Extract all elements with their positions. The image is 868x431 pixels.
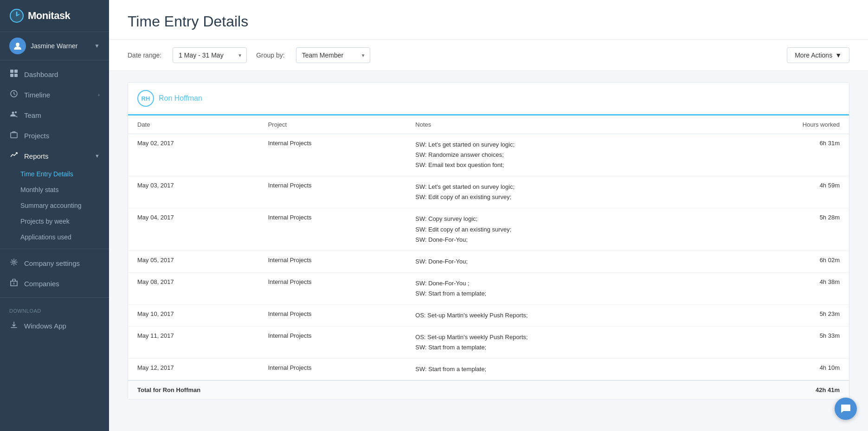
cell-hours: 5h 33m bbox=[717, 327, 849, 359]
svg-rect-8 bbox=[14, 74, 18, 77]
date-range-wrapper[interactable]: 1 May - 31 May bbox=[173, 47, 247, 63]
nav-item-windows-app[interactable]: Windows App bbox=[0, 315, 109, 336]
cell-hours: 4h 59m bbox=[717, 176, 849, 208]
nav-item-dashboard[interactable]: Dashboard bbox=[0, 64, 109, 84]
cell-date: May 05, 2017 bbox=[128, 251, 259, 272]
download-label: DOWNLOAD bbox=[0, 302, 109, 315]
member-header: RH Ron Hoffman bbox=[128, 83, 849, 116]
more-actions-chevron-icon: ▼ bbox=[835, 51, 842, 59]
cell-project: Internal Projects bbox=[259, 327, 406, 359]
table-row: May 10, 2017Internal ProjectsOS: Set-up … bbox=[128, 305, 849, 327]
sidebar-item-projects-by-week[interactable]: Projects by week bbox=[0, 213, 109, 229]
cell-date: May 03, 2017 bbox=[128, 176, 259, 208]
table-row: May 08, 2017Internal ProjectsSW: Done-Fo… bbox=[128, 272, 849, 304]
svg-rect-6 bbox=[14, 70, 18, 73]
nav-label-windows-app: Windows App bbox=[24, 322, 66, 330]
page-header: Time Entry Details bbox=[109, 0, 868, 40]
reports-icon bbox=[9, 151, 19, 161]
nav-item-company-settings[interactable]: Company settings bbox=[0, 253, 109, 273]
group-by-label: Group by: bbox=[256, 51, 284, 59]
col-header-date: Date bbox=[128, 116, 259, 134]
page-title: Time Entry Details bbox=[128, 13, 849, 30]
cell-notes: SW: Start from a template; bbox=[406, 359, 717, 381]
nav-label-dashboard: Dashboard bbox=[24, 71, 58, 78]
cell-project: Internal Projects bbox=[259, 305, 406, 327]
avatar bbox=[9, 38, 26, 54]
date-range-select[interactable]: 1 May - 31 May bbox=[173, 47, 247, 63]
svg-rect-12 bbox=[11, 133, 17, 138]
sidebar-item-applications-used[interactable]: Applications used bbox=[0, 229, 109, 245]
cell-project: Internal Projects bbox=[259, 251, 406, 272]
more-actions-button[interactable]: More Actions ▼ bbox=[787, 47, 849, 63]
cell-project: Internal Projects bbox=[259, 359, 406, 381]
user-chevron-icon: ▼ bbox=[94, 43, 100, 49]
cell-date: May 08, 2017 bbox=[128, 272, 259, 304]
table-row: May 02, 2017Internal ProjectsSW: Let's g… bbox=[128, 134, 849, 176]
nav-label-timeline: Timeline bbox=[24, 91, 50, 99]
cell-date: May 02, 2017 bbox=[128, 134, 259, 176]
nav-item-team[interactable]: Team bbox=[0, 105, 109, 125]
cell-hours: 4h 10m bbox=[717, 359, 849, 381]
group-by-wrapper[interactable]: Team Member bbox=[296, 47, 370, 63]
download-icon bbox=[9, 321, 19, 330]
cell-project: Internal Projects bbox=[259, 208, 406, 251]
table-footer: Total for Ron Hoffman 42h 41m bbox=[128, 380, 849, 399]
table-row: May 05, 2017Internal ProjectsSW: Done-Fo… bbox=[128, 251, 849, 272]
cell-notes: SW: Done-For-You; bbox=[406, 251, 717, 272]
nav-label-company-settings: Company settings bbox=[24, 259, 80, 267]
date-range-label: Date range: bbox=[128, 51, 161, 59]
total-hours: 42h 41m bbox=[717, 380, 849, 399]
cell-notes: OS: Set-up Martin's weekly Push Reports;… bbox=[406, 327, 717, 359]
projects-icon bbox=[9, 131, 19, 140]
group-by-select[interactable]: Team Member bbox=[296, 47, 370, 63]
table-row: May 11, 2017Internal ProjectsOS: Set-up … bbox=[128, 327, 849, 359]
table-row: May 12, 2017Internal ProjectsSW: Start f… bbox=[128, 359, 849, 381]
cell-notes: SW: Copy survey logic;SW: Edit copy of a… bbox=[406, 208, 717, 251]
cell-project: Internal Projects bbox=[259, 272, 406, 304]
time-entries-table: Date Project Notes Hours worked May 02, … bbox=[128, 116, 849, 399]
table-row: May 04, 2017Internal ProjectsSW: Copy su… bbox=[128, 208, 849, 251]
svg-rect-7 bbox=[10, 74, 13, 77]
table-header: Date Project Notes Hours worked bbox=[128, 116, 849, 134]
member-name: Ron Hoffman bbox=[159, 94, 202, 103]
chat-button[interactable] bbox=[835, 398, 857, 420]
sidebar-logo: Monitask bbox=[0, 0, 109, 32]
member-avatar: RH bbox=[137, 90, 154, 107]
cell-notes: SW: Let's get started on survey logic;SW… bbox=[406, 176, 717, 208]
timeline-chevron-icon: › bbox=[98, 92, 100, 97]
logo-icon bbox=[9, 8, 24, 23]
nav-item-reports[interactable]: Reports ▼ bbox=[0, 146, 109, 166]
svg-point-11 bbox=[15, 111, 17, 113]
sidebar-item-monthly-stats[interactable]: Monthly stats bbox=[0, 182, 109, 198]
cell-project: Internal Projects bbox=[259, 176, 406, 208]
cell-hours: 6h 31m bbox=[717, 134, 849, 176]
cell-project: Internal Projects bbox=[259, 134, 406, 176]
user-profile[interactable]: Jasmine Warner ▼ bbox=[0, 32, 109, 60]
content-area: RH Ron Hoffman Date Project Notes Hours … bbox=[109, 71, 868, 431]
col-header-project: Project bbox=[259, 116, 406, 134]
svg-rect-5 bbox=[10, 70, 13, 73]
total-row: Total for Ron Hoffman 42h 41m bbox=[128, 380, 849, 399]
main-content: Time Entry Details Date range: 1 May - 3… bbox=[109, 0, 868, 431]
nav-item-timeline[interactable]: Timeline › bbox=[0, 84, 109, 105]
team-icon bbox=[9, 110, 19, 120]
col-header-notes: Notes bbox=[406, 116, 717, 134]
cell-date: May 12, 2017 bbox=[128, 359, 259, 381]
nav-item-projects[interactable]: Projects bbox=[0, 125, 109, 146]
toolbar: Date range: 1 May - 31 May Group by: Tea… bbox=[109, 40, 868, 71]
cell-date: May 10, 2017 bbox=[128, 305, 259, 327]
svg-point-13 bbox=[13, 261, 15, 264]
sidebar-item-time-entry-details[interactable]: Time Entry Details bbox=[0, 166, 109, 182]
cell-notes: SW: Let's get started on survey logic;SW… bbox=[406, 134, 717, 176]
companies-icon bbox=[9, 279, 19, 288]
cell-date: May 04, 2017 bbox=[128, 208, 259, 251]
nav-label-reports: Reports bbox=[24, 152, 49, 160]
cell-notes: OS: Set-up Martin's weekly Push Reports; bbox=[406, 305, 717, 327]
sidebar-item-summary-accounting[interactable]: Summary accounting bbox=[0, 198, 109, 213]
svg-point-10 bbox=[12, 112, 14, 114]
nav-item-companies[interactable]: Companies bbox=[0, 273, 109, 294]
cell-hours: 5h 23m bbox=[717, 305, 849, 327]
nav-label-team: Team bbox=[24, 111, 41, 119]
table-body: May 02, 2017Internal ProjectsSW: Let's g… bbox=[128, 134, 849, 381]
svg-point-4 bbox=[16, 43, 19, 46]
